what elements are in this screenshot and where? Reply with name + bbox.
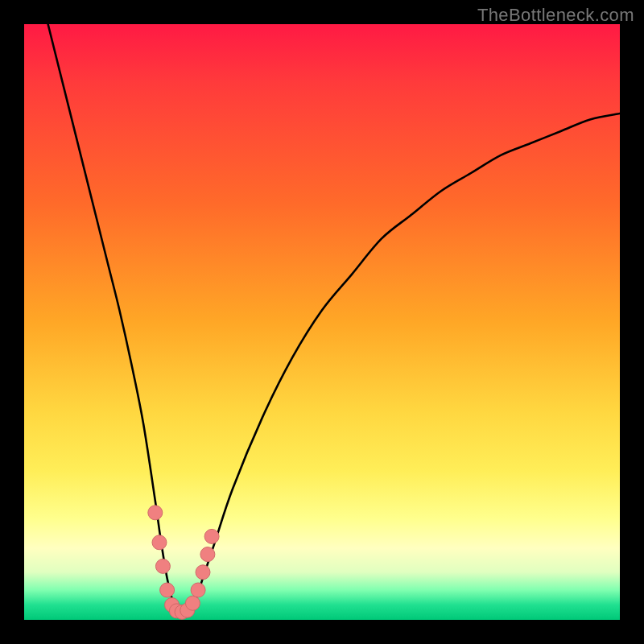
curve-marker	[148, 506, 163, 520]
curve-marker	[155, 559, 170, 573]
curve-marker	[204, 529, 219, 543]
bottleneck-curve	[48, 24, 620, 615]
curve-marker	[185, 596, 200, 610]
curve-marker	[160, 583, 175, 597]
watermark-label: TheBottleneck.com	[477, 5, 634, 26]
plot-area	[24, 24, 620, 620]
curve-marker	[196, 565, 210, 580]
curve-marker	[191, 583, 205, 597]
curve-marker	[200, 547, 215, 562]
chart-frame: TheBottleneck.com	[0, 0, 644, 644]
curve-marker	[152, 535, 167, 550]
curve-layer	[24, 24, 620, 620]
